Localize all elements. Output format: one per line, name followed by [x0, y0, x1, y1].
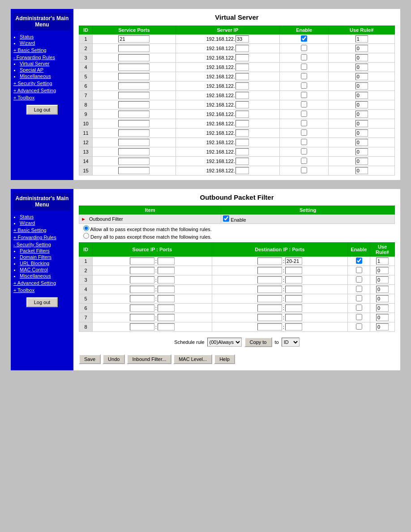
mac-level-button[interactable]: MAC Level...: [173, 354, 212, 364]
vs-ip-suffix-input[interactable]: [235, 101, 249, 108]
vs-service-ports-input[interactable]: [118, 73, 150, 80]
sidebar-link-wizard[interactable]: Wizard: [20, 40, 35, 46]
vs-enable-checkbox[interactable]: [301, 120, 307, 126]
vs-service-ports-input[interactable]: [118, 54, 150, 61]
vs-ip-suffix-input[interactable]: [235, 92, 249, 99]
radio-deny-label[interactable]: Deny all to pass except those match the …: [83, 233, 395, 240]
sidebar-link-basic-setting[interactable]: + Basic Setting: [13, 47, 71, 53]
vs-rule-input[interactable]: [355, 35, 368, 43]
vs-enable-checkbox[interactable]: [301, 45, 307, 51]
opf-dst-port-input[interactable]: [285, 286, 302, 293]
vs-service-ports-input[interactable]: [118, 139, 150, 146]
opf-dst-ip-input[interactable]: [257, 267, 282, 274]
vs-enable-checkbox[interactable]: [301, 111, 307, 117]
opf-enable-checkbox[interactable]: [356, 305, 362, 311]
radio-deny[interactable]: [83, 233, 89, 239]
opf-rule-input[interactable]: [376, 314, 389, 321]
vs-ip-suffix-input[interactable]: [235, 120, 249, 127]
sidebar-link-advanced-setting[interactable]: + Advanced Setting: [13, 88, 71, 93]
vs-service-ports-input[interactable]: [118, 64, 150, 71]
bottom-sidebar-link-forwarding-rules[interactable]: + Forwarding Rules: [13, 235, 71, 240]
opf-src-ip-input[interactable]: [130, 323, 154, 330]
opf-enable-checkbox[interactable]: [356, 267, 362, 273]
opf-src-ip-input[interactable]: [130, 305, 154, 312]
opf-dst-ip-input[interactable]: [257, 305, 282, 312]
opf-src-port-input[interactable]: [158, 267, 175, 274]
opf-src-port-input[interactable]: [158, 295, 175, 302]
vs-ip-suffix-input[interactable]: [235, 111, 249, 118]
vs-enable-checkbox[interactable]: [301, 101, 307, 107]
vs-enable-checkbox[interactable]: [301, 158, 307, 164]
opf-dst-port-input[interactable]: [285, 257, 302, 265]
bottom-sidebar-link-wizard[interactable]: Wizard: [20, 220, 35, 226]
vs-service-ports-input[interactable]: [118, 120, 150, 127]
vs-rule-input[interactable]: [355, 167, 368, 174]
bottom-sidebar-link-domain-filters[interactable]: Domain Filters: [20, 254, 51, 260]
opf-enable-checkbox[interactable]: [356, 314, 362, 320]
vs-ip-suffix-input[interactable]: [235, 73, 249, 80]
schedule-select[interactable]: (00)Always: [207, 338, 242, 347]
bottom-sidebar-link-security-setting[interactable]: - Security Setting: [13, 242, 71, 247]
vs-rule-input[interactable]: [355, 101, 368, 108]
radio-allow[interactable]: [83, 225, 89, 231]
opf-enable-checkbox[interactable]: [356, 276, 362, 283]
vs-service-ports-input[interactable]: [118, 167, 150, 174]
vs-rule-input[interactable]: [355, 111, 368, 118]
bottom-sidebar-link-mac-control[interactable]: MAC Control: [20, 267, 48, 272]
vs-rule-input[interactable]: [355, 45, 368, 52]
bottom-sidebar-link-packet-filters[interactable]: Packet Filters: [20, 248, 50, 253]
opf-rule-input[interactable]: [376, 305, 389, 312]
vs-enable-checkbox[interactable]: [301, 73, 307, 79]
opf-src-port-input[interactable]: [158, 305, 175, 312]
opf-src-ip-input[interactable]: [130, 276, 154, 283]
vs-enable-checkbox[interactable]: [301, 129, 307, 136]
undo-button[interactable]: Undo: [103, 354, 125, 364]
opf-enable-checkbox[interactable]: [356, 295, 362, 301]
vs-ip-suffix-input[interactable]: [235, 54, 249, 61]
bottom-sidebar-link-basic-setting[interactable]: + Basic Setting: [13, 227, 71, 233]
sidebar-link-forwarding-rules[interactable]: - Forwarding Rules: [13, 55, 71, 60]
logout-button[interactable]: Log out: [26, 105, 58, 115]
opf-src-ip-input[interactable]: [130, 257, 154, 265]
bottom-sidebar-link-toolbox[interactable]: + Toolbox: [13, 287, 71, 293]
sidebar-link-virtual-server[interactable]: Virtual Server: [20, 61, 49, 66]
sidebar-link-toolbox[interactable]: + Toolbox: [13, 95, 71, 100]
vs-ip-suffix-input[interactable]: [235, 148, 249, 155]
vs-service-ports-input[interactable]: [118, 92, 150, 99]
vs-enable-checkbox[interactable]: [301, 139, 307, 145]
vs-service-ports-input[interactable]: [118, 158, 150, 165]
copy-button[interactable]: Copy to: [244, 337, 272, 347]
sidebar-link-special-ap[interactable]: Special AP: [20, 67, 43, 73]
opf-src-ip-input[interactable]: [130, 286, 154, 293]
opf-dst-ip-input[interactable]: [257, 286, 282, 293]
vs-service-ports-input[interactable]: [118, 101, 150, 108]
opf-dst-port-input[interactable]: [285, 305, 302, 312]
opf-enable-checkbox[interactable]: [356, 323, 362, 330]
outbound-enable-checkbox[interactable]: [223, 215, 229, 222]
opf-dst-port-input[interactable]: [285, 323, 302, 330]
opf-dst-ip-input[interactable]: [257, 314, 282, 321]
vs-ip-suffix-input[interactable]: [235, 64, 249, 71]
sidebar-link-status[interactable]: Status: [20, 34, 34, 39]
vs-ip-suffix-input[interactable]: [235, 139, 249, 146]
vs-service-ports-input[interactable]: [118, 35, 150, 43]
save-button[interactable]: Save: [79, 354, 101, 364]
vs-rule-input[interactable]: [355, 82, 368, 90]
vs-enable-checkbox[interactable]: [301, 35, 307, 42]
vs-rule-input[interactable]: [355, 158, 368, 165]
vs-enable-checkbox[interactable]: [301, 64, 307, 70]
bottom-sidebar-link-url-blocking[interactable]: URL Blocking: [20, 261, 49, 266]
vs-service-ports-input[interactable]: [118, 82, 150, 90]
vs-ip-suffix-input[interactable]: [235, 82, 249, 90]
vs-ip-suffix-input[interactable]: [235, 158, 249, 165]
vs-rule-input[interactable]: [355, 64, 368, 71]
opf-dst-ip-input[interactable]: [257, 257, 282, 265]
vs-enable-checkbox[interactable]: [301, 148, 307, 154]
opf-dst-port-input[interactable]: [285, 295, 302, 302]
vs-rule-input[interactable]: [355, 120, 368, 127]
opf-src-ip-input[interactable]: [130, 314, 154, 321]
opf-src-ip-input[interactable]: [130, 267, 154, 274]
bottom-sidebar-link-advanced[interactable]: + Advanced Setting: [13, 280, 71, 286]
opf-dst-ip-input[interactable]: [257, 323, 282, 330]
vs-rule-input[interactable]: [355, 129, 368, 137]
